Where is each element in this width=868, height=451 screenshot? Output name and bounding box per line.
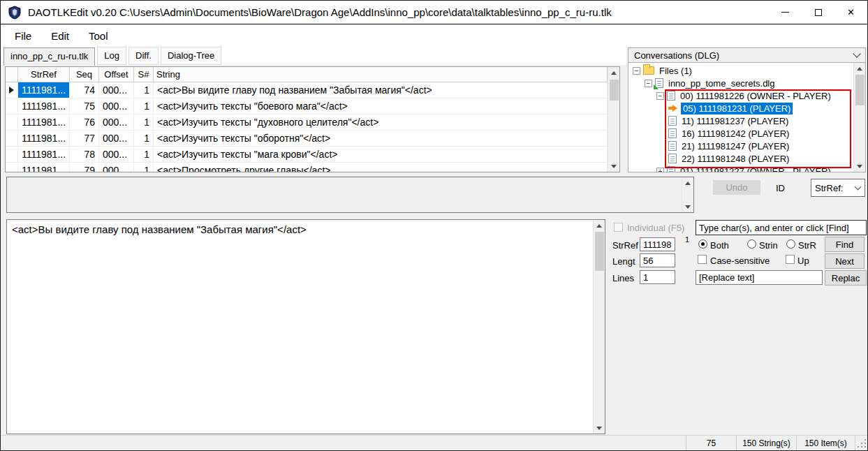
table-scrollbar[interactable]: [608, 67, 619, 172]
case-sensitive-checkbox[interactable]: [698, 255, 707, 264]
tree-item-label[interactable]: 21) 1111981247 (PLAYER): [679, 140, 791, 152]
table-cell[interactable]: 1111981...: [18, 82, 70, 98]
menu-tool[interactable]: Tool: [79, 27, 118, 45]
tree-item[interactable]: 11) 1111981237 (PLAYER): [628, 114, 853, 127]
tab-log[interactable]: Log: [97, 47, 126, 65]
table-cell[interactable]: <act>Вы видите главу под названием "Забы…: [154, 82, 608, 98]
col-string[interactable]: String: [154, 67, 608, 82]
table-cell[interactable]: 000: [99, 163, 134, 172]
tree-item-label[interactable]: 05) 1111981231 (PLAYER): [681, 103, 793, 114]
table-row[interactable]: 1111981...75000...1<act>Изучить тексты "…: [6, 98, 608, 114]
tab-diff[interactable]: Diff.: [128, 47, 159, 65]
menu-edit[interactable]: Edit: [41, 27, 79, 45]
table-cell[interactable]: <act>Просмотреть другие главы</act>: [154, 163, 608, 172]
tree-item[interactable]: 05) 1111981231 (PLAYER): [628, 102, 853, 114]
row-indicator-cell[interactable]: [6, 98, 18, 114]
table-cell[interactable]: 74: [70, 82, 99, 98]
table-cell[interactable]: <act>Изучить тексты "духовного целителя"…: [154, 114, 608, 130]
col-seq[interactable]: Seq: [70, 67, 99, 82]
radio-strref-label[interactable]: StrR: [798, 240, 816, 251]
secondary-scrollbar[interactable]: [682, 177, 693, 212]
menu-file[interactable]: File: [5, 27, 41, 45]
scroll-down-button[interactable]: [594, 422, 605, 434]
table-cell[interactable]: 000...: [99, 82, 134, 98]
tree-item[interactable]: +01) 1111981227 (OWNER - PLAYER): [628, 165, 853, 172]
replace-button[interactable]: Replac: [825, 270, 867, 286]
case-sensitive-label[interactable]: Case-sensitive: [710, 256, 770, 266]
conversations-header[interactable]: Conversations (DLG): [628, 47, 866, 63]
resize-grip[interactable]: [855, 436, 867, 450]
lines-field[interactable]: [640, 270, 675, 284]
scroll-up-button[interactable]: [682, 177, 693, 188]
row-indicator-cell[interactable]: [6, 131, 18, 146]
table-row[interactable]: 1111981...77000...1<act>Изучить тексты "…: [6, 131, 608, 147]
radio-strref[interactable]: [786, 239, 795, 249]
table-cell[interactable]: 1: [134, 163, 154, 172]
strref-field[interactable]: [640, 237, 675, 251]
string-editor-text[interactable]: <act>Вы видите главу под названием "Забы…: [7, 220, 593, 434]
tree-item[interactable]: −inno_pp_tome_secrets.dlg: [628, 77, 853, 89]
table-cell[interactable]: 1111981...: [18, 98, 70, 114]
expand-icon[interactable]: +: [656, 168, 664, 172]
secondary-textbox[interactable]: [6, 177, 694, 213]
tree-item-label[interactable]: Files (1): [657, 65, 694, 77]
scrollbar-track[interactable]: [594, 231, 605, 422]
table-cell[interactable]: 79: [70, 163, 99, 172]
close-button[interactable]: ✕: [834, 1, 867, 24]
table-cell[interactable]: 76: [70, 114, 99, 130]
table-cell[interactable]: 000...: [99, 147, 134, 162]
tree-item-label[interactable]: 00) 1111981226 (OWNER - PLAYER): [678, 90, 833, 102]
tree-scrollbar[interactable]: [853, 63, 865, 172]
tree-item[interactable]: 16) 1111981242 (PLAYER): [628, 127, 853, 140]
table-row[interactable]: 1111981...76000...1<act>Изучить тексты "…: [6, 114, 608, 131]
scroll-up-button[interactable]: [608, 67, 619, 78]
table-cell[interactable]: <act>Изучить тексты "боевого мага"</act>: [154, 98, 608, 114]
row-indicator-cell[interactable]: [6, 163, 18, 172]
table-row[interactable]: 1111981790001<act>Просмотреть другие гла…: [6, 163, 608, 172]
radio-string[interactable]: [747, 239, 756, 249]
individual-checkbox[interactable]: [614, 223, 623, 232]
table-cell[interactable]: 000...: [99, 131, 134, 146]
radio-both-label[interactable]: Both: [710, 240, 729, 251]
collapse-icon[interactable]: −: [633, 67, 640, 75]
undo-button[interactable]: Undo: [713, 180, 760, 195]
tab-tlk-file[interactable]: inno_pp_c_ru-ru.tlk: [3, 47, 95, 66]
scrollbar-track[interactable]: [854, 74, 865, 161]
col-offset[interactable]: Offset: [99, 67, 134, 82]
tree-item-label[interactable]: 16) 1111981242 (PLAYER): [679, 128, 791, 140]
table-cell[interactable]: 1: [134, 147, 154, 162]
table-cell[interactable]: <act>Изучить тексты "мага крови"</act>: [154, 147, 608, 162]
replace-input[interactable]: [696, 270, 823, 285]
tree-item-label[interactable]: inno_pp_tome_secrets.dlg: [666, 77, 777, 89]
tab-dialog-tree[interactable]: Dialog-Tree: [161, 47, 221, 65]
row-indicator-cell[interactable]: [6, 147, 18, 162]
scrollbar-thumb[interactable]: [855, 75, 865, 105]
editor-scrollbar[interactable]: [593, 220, 605, 434]
table-cell[interactable]: 1: [134, 82, 154, 98]
scroll-down-button[interactable]: [682, 201, 693, 212]
up-label[interactable]: Up: [797, 256, 809, 266]
radio-both[interactable]: [698, 239, 707, 249]
row-indicator-cell[interactable]: [6, 82, 18, 98]
table-cell[interactable]: 1: [134, 131, 154, 146]
col-s-number[interactable]: S#: [134, 67, 154, 82]
scrollbar-thumb[interactable]: [595, 232, 604, 271]
table-cell[interactable]: 1: [134, 98, 154, 114]
tree-item[interactable]: −00) 1111981226 (OWNER - PLAYER): [628, 89, 853, 102]
table-cell[interactable]: 1: [134, 114, 154, 130]
scrollbar-track[interactable]: [682, 188, 693, 201]
table-cell[interactable]: <act>Изучить тексты "оборотня"</act>: [154, 131, 608, 146]
table-cell[interactable]: 1111981...: [18, 114, 70, 130]
tree-item-label[interactable]: 11) 1111981237 (PLAYER): [679, 115, 790, 127]
find-input[interactable]: [696, 220, 867, 235]
table-cell[interactable]: 77: [70, 131, 99, 146]
strref-combobox[interactable]: StrRef:: [811, 179, 865, 197]
scroll-down-button[interactable]: [608, 161, 619, 172]
table-cell[interactable]: 78: [70, 147, 99, 162]
radio-string-label[interactable]: Strin: [759, 240, 778, 251]
table-cell[interactable]: 1111981...: [18, 131, 70, 146]
length-field[interactable]: [640, 253, 675, 267]
collapse-icon[interactable]: −: [645, 80, 652, 87]
table-row[interactable]: 1111981...78000...1<act>Изучить тексты "…: [6, 147, 608, 163]
table-row[interactable]: 1111981...74000...1<act>Вы видите главу …: [6, 82, 608, 98]
